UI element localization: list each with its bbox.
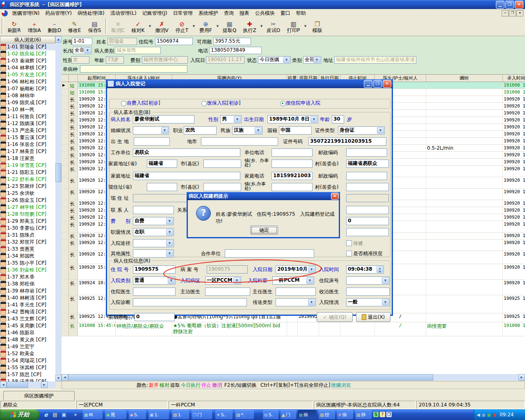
patient-list-item[interactable]: 1-15 董云溪 [CP] — [0, 134, 55, 141]
inpatient-no[interactable]: 1506974 — [155, 38, 193, 45]
id-type[interactable]: 身份证▼ — [338, 126, 385, 135]
job-status[interactable]: 在职▼ — [133, 228, 174, 236]
category[interactable]: 全部▼ — [303, 56, 321, 64]
chevron-down-icon[interactable]: ▼ — [166, 240, 173, 247]
chevron-down-icon[interactable]: ▼ — [166, 250, 173, 257]
taskbar-button[interactable]: ▦M. — [83, 410, 103, 419]
taskbar-button[interactable]: ▣1. — [148, 410, 169, 419]
gender[interactable]: 男▼ — [220, 115, 242, 123]
gender[interactable]: 女 — [71, 56, 89, 64]
fetch-button[interactable]: ▦提取Q — [219, 18, 240, 36]
skin-test-button[interactable]: ✂皮试O — [263, 18, 283, 36]
patient-list-item[interactable]: 1-04 林聿棋 [CP] — [0, 64, 55, 71]
transfer-type[interactable]: ▼ — [276, 298, 316, 306]
menu-item[interactable]: 系统维护 — [196, 9, 221, 18]
patient-list-item[interactable]: 1-52 欧美金 — [0, 350, 55, 357]
admission-route[interactable]: ▼ — [133, 239, 174, 247]
admission-diagnosis[interactable] — [133, 298, 247, 306]
home-address[interactable]: 福建省 — [133, 172, 240, 180]
patient-list-item[interactable]: 1-36 刘金铨 [CP] — [0, 267, 55, 274]
chevron-down-icon[interactable]: ▼ — [283, 57, 290, 63]
start-button[interactable]: 开始 — [0, 409, 40, 420]
patient-list-item[interactable]: 1-41 李元生 [CP] — [0, 301, 55, 308]
taskbar-button[interactable]: ▨肺 — [355, 410, 372, 419]
patient-name[interactable]: 廖俊华测试 — [133, 115, 194, 123]
patient-list-item[interactable]: 1-21 陈彩玉 [CP] — [0, 169, 55, 176]
home-phone[interactable]: 18159921003 — [272, 172, 313, 180]
scroll-left-icon[interactable]: ◀ — [0, 381, 7, 388]
taskbar-button[interactable]: ❒门 — [192, 410, 212, 419]
menu-item[interactable]: 药品管理(Y) — [42, 9, 75, 18]
tray-alert-icon[interactable]: ◼ — [493, 412, 496, 418]
print-button[interactable]: ▥打印P — [283, 18, 304, 36]
undo-button[interactable]: ✗撤消V — [152, 18, 172, 36]
nationality[interactable]: 中国 — [279, 126, 312, 135]
menu-item[interactable]: 查询 — [221, 9, 237, 18]
patient-list-item[interactable]: 1-13 严忠美 [CP] — [0, 127, 55, 134]
s-green-icon[interactable]: S — [373, 412, 379, 417]
admit-date[interactable]: 190920 11:27 — [206, 56, 244, 64]
patient-list-item[interactable]: 1-33 曾惠英 — [0, 246, 55, 253]
clock[interactable]: 09:24 — [500, 412, 514, 418]
fee-type[interactable]: 自费▼ — [133, 217, 174, 225]
patient-list-item[interactable]: 1-12 陈炳溪 [CP] — [0, 120, 55, 127]
taskbar-button[interactable]: ▲门 — [281, 410, 296, 419]
chief-doctor[interactable] — [276, 288, 316, 296]
marital-status[interactable]: ▼ — [133, 126, 169, 135]
patient-list-item[interactable]: 1-29 郑美玉 [CP] — [0, 218, 55, 225]
patient-list-item[interactable]: 1-58 汪香珠 [CP] — [0, 378, 55, 381]
patient-list-item[interactable]: 1-05 方友忠 [CP] — [0, 71, 55, 78]
check-button[interactable]: ✓核对K — [128, 18, 148, 36]
age[interactable]: 73岁 — [106, 56, 124, 64]
partner-unit[interactable] — [225, 249, 314, 258]
chevron-down-icon[interactable]: ▼ — [260, 18, 263, 35]
chevron-right-icon[interactable]: » — [72, 411, 79, 418]
chevron-down-icon[interactable]: ▼ — [234, 116, 241, 123]
home-town[interactable] — [272, 160, 313, 168]
grid-column-header[interactable] — [69, 75, 78, 82]
receipt-no[interactable]: 0 — [135, 313, 175, 321]
tray-back-icon[interactable]: ◀ — [477, 412, 480, 418]
tray-msn-icon[interactable]: ◼ — [482, 412, 485, 418]
chevron-down-icon[interactable]: ▼ — [255, 127, 262, 134]
msgbox-close-button[interactable]: ✕ — [331, 193, 339, 200]
fee-category[interactable]: 福州市医保中心 — [142, 56, 188, 64]
admission-ward[interactable]: 一区PCCM▼ — [205, 276, 241, 285]
other-attribute[interactable]: ▼ — [133, 249, 174, 258]
msgbox-ok-button[interactable]: 确定 — [250, 226, 278, 235]
patient-list-item[interactable]: 1-34 郑国民 — [0, 253, 55, 260]
menu-item[interactable]: 公共模块 — [252, 9, 278, 18]
patient-list-item[interactable]: 1-11 何敦良 [CP] — [0, 113, 55, 120]
chevron-down-icon[interactable]: ▼ — [233, 277, 240, 284]
scroll-thumb[interactable] — [55, 163, 62, 182]
resident-doctor[interactable] — [133, 288, 176, 296]
notepad-icon[interactable]: ▤ — [52, 411, 58, 418]
patient-list-item[interactable]: 1-03 秦淑辉 [CP] — [0, 57, 55, 64]
chevron-down-icon[interactable]: ▼ — [161, 127, 168, 134]
city[interactable] — [201, 137, 278, 146]
save-button[interactable]: ▤保存S — [84, 18, 105, 36]
chevron-down-icon[interactable]: ▼ — [148, 18, 152, 35]
chevron-down-icon[interactable]: ▼ — [168, 277, 175, 284]
patient-list-item[interactable]: 1-28 邹世鹏 [CP] — [0, 211, 55, 218]
patient-list-item[interactable]: 1-54 周瑞花 [CP] — [0, 357, 55, 364]
menu-item[interactable]: 记账管理(J) — [139, 9, 170, 18]
taskbar-button[interactable]: ◎S. — [263, 410, 278, 419]
current-town[interactable] — [272, 183, 313, 191]
grid-column-header[interactable]: 嘱咐 — [426, 75, 503, 82]
patient-list-item[interactable]: 1-37 郑木香 — [0, 274, 55, 281]
contact-extra[interactable] — [346, 206, 389, 214]
admission-condition[interactable]: 一般▼ — [346, 298, 390, 306]
patient-list-item[interactable]: 1-48 黄义炎 [CP] — [0, 336, 55, 343]
patient-list-item[interactable]: 1-35 陈小平 [CP] — [0, 260, 55, 267]
chevron-down-icon[interactable]: ▼ — [304, 18, 307, 35]
patient-list-item[interactable]: 1-27 林学枝 [CP] — [0, 204, 55, 211]
chevron-down-icon[interactable]: ▼ — [166, 229, 173, 235]
job-extra[interactable] — [346, 228, 389, 236]
address[interactable]: 福建省福州福州市仓山区建新镇麦浦 — [334, 56, 416, 64]
menu-item[interactable]: 流动管理(L) — [107, 9, 139, 18]
patient-list-item[interactable]: 1-30 李赛仙 [CP] — [0, 225, 55, 232]
edit-button[interactable]: ✎修改E — [64, 18, 84, 36]
admission-time[interactable]: 09:04:38▲▼ — [346, 265, 384, 274]
menu-item[interactable]: 医嘱管理(N) — [9, 9, 42, 18]
